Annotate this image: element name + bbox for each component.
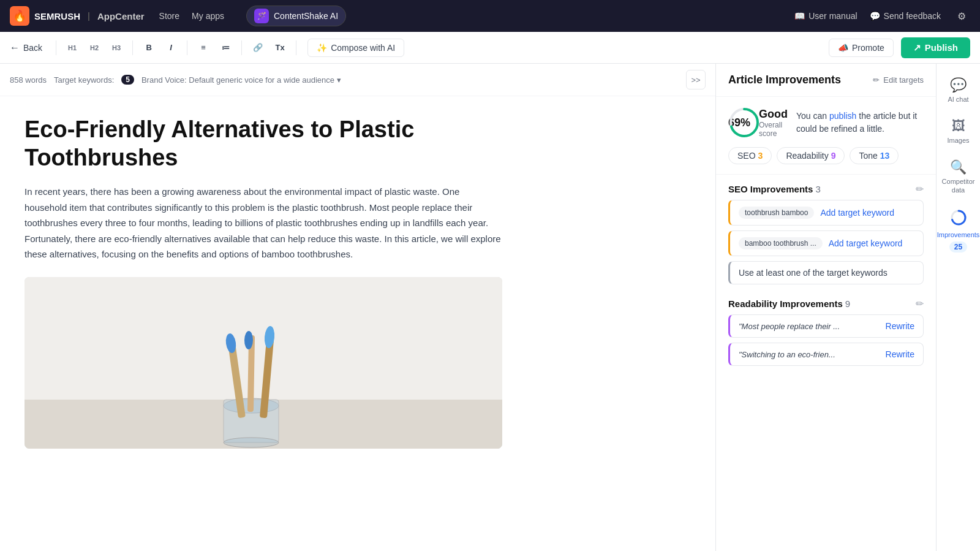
promote-button[interactable]: 📣 Promote [829,39,894,57]
h2-button[interactable]: H2 [85,38,104,58]
improvements-label: Improvements [937,231,980,239]
toolbar-divider-5 [296,40,296,55]
book-icon: 📖 [794,11,805,21]
rewrite-btn-2[interactable]: Rewrite [886,349,914,359]
readability-item-1: "Most people replace their ... Rewrite [728,314,924,338]
overall-score-label: Overall score [759,121,788,138]
readability-section-header: Readability Improvements9 ✏ [716,289,936,314]
seo-section-header: SEO Improvements3 ✏ [716,175,936,200]
unordered-list-button[interactable]: ≔ [216,38,235,58]
main-layout: 858 words Target keywords: 5 Brand Voice… [0,64,980,551]
ordered-list-button[interactable]: ≡ [194,38,213,58]
clear-format-button[interactable]: Tx [270,38,290,58]
seo-action-2[interactable]: Add target keyword [829,238,903,248]
competitor-nav[interactable]: 🔍 Competitor data [939,153,978,200]
score-info: Good Overall score [759,108,788,138]
user-manual-btn[interactable]: 📖 User manual [794,11,857,21]
keyword-tag-2: bamboo toothbrush ... [739,237,823,249]
readability-quote-1: "Most people replace their ... [739,322,840,331]
svg-point-5 [224,438,279,447]
compose-icon: ✨ [317,43,327,53]
ai-chat-nav[interactable]: 💬 AI chat [939,71,978,110]
score-good-label: Good [759,108,788,121]
back-label: Back [23,43,42,53]
brand-voice-selector[interactable]: Brand Voice: Default generic voice for a… [141,75,341,85]
tone-pill-label: Tone [859,151,877,161]
target-keywords-count: 5 [121,75,134,85]
toolbar-divider-2 [132,40,133,55]
chevron-down-icon: ▾ [337,75,341,85]
h1-button[interactable]: H1 [62,38,82,58]
nav-store[interactable]: Store [159,11,179,21]
edit-targets-button[interactable]: ✏ Edit targets [873,75,924,85]
improvements-circle-icon [950,209,967,226]
score-row: 69% Good Overall score You can publish t… [728,107,924,139]
readability-pill[interactable]: Readability9 [777,147,845,164]
article-image [24,277,502,449]
expand-button[interactable]: >> [686,70,706,89]
improvements-badge: 25 [949,241,967,253]
competitor-label: Competitor data [942,178,975,194]
readability-section-title: Readability Improvements9 [728,298,850,309]
promote-icon: 📣 [838,43,848,53]
improvements-header: Article Improvements ✏ Edit targets [716,64,936,97]
app-name-label: ContentShake AI [274,11,338,21]
editor-content: Eco-Friendly Alternatives to Plastic Too… [0,96,527,468]
improvements-nav[interactable]: Improvements 25 [939,203,978,259]
ai-chat-icon: 💬 [950,77,967,93]
seo-item-2: bamboo toothbrush ... Add target keyword [728,230,924,256]
score-text-pre: You can [796,111,829,121]
readability-edit-icon[interactable]: ✏ [916,298,924,310]
app-selector[interactable]: 🪄 ContentShake AI [246,6,346,26]
keyword-tag-1: toothbrush bamboo [739,207,814,219]
competitor-icon: 🔍 [950,159,967,175]
publish-link[interactable]: publish [829,111,856,121]
editor-area: 858 words Target keywords: 5 Brand Voice… [0,64,715,551]
brand-logo-area: 🔥 SEMRUSH | AppCenter [10,6,145,26]
toolbar-right: 📣 Promote ↗ Publish [829,37,970,58]
italic-button[interactable]: I [161,38,181,58]
seo-item-3: Use at least one of the target keywords [728,261,924,284]
contentshake-icon: 🪄 [254,9,269,23]
send-feedback-btn[interactable]: 💬 Send feedback [870,11,941,21]
link-button[interactable]: 🔗 [248,38,268,58]
top-nav: 🔥 SEMRUSH | AppCenter Store My apps 🪄 Co… [0,0,980,32]
edit-targets-label: Edit targets [883,75,924,85]
bold-button[interactable]: B [139,38,159,58]
improvements-panel: Article Improvements ✏ Edit targets 69% [715,64,936,551]
rewrite-btn-1[interactable]: Rewrite [886,321,914,331]
seo-item-1: toothbrush bamboo Add target keyword [728,200,924,226]
word-count: 858 words [10,75,47,85]
promote-label: Promote [852,43,884,53]
compose-with-ai-button[interactable]: ✨ Compose with AI [307,39,404,57]
brand-divider: | [88,11,90,21]
brand-voice-label: Brand Voice: Default generic voice for a… [141,75,334,85]
back-arrow-icon: ← [10,42,20,53]
images-nav[interactable]: 🖼 Images [939,112,978,151]
back-button[interactable]: ← Back [10,42,42,53]
seo-count: 3 [758,151,763,161]
ai-chat-label: AI chat [948,96,968,104]
article-image-svg [24,277,502,449]
readability-count: 9 [831,151,836,161]
publish-label: Publish [925,42,958,53]
article-title[interactable]: Eco-Friendly Alternatives to Plastic Too… [24,116,502,172]
seo-edit-icon[interactable]: ✏ [916,183,924,195]
article-body[interactable]: In recent years, there has been a growin… [24,184,502,262]
semrush-logo: 🔥 [10,6,29,26]
semrush-name: SEMRUSH [34,11,80,21]
seo-pill[interactable]: SEO3 [728,147,772,164]
seo-action-1[interactable]: Add target keyword [820,208,894,218]
h3-button[interactable]: H3 [107,38,126,58]
tone-count: 13 [880,151,890,161]
nav-myapps[interactable]: My apps [192,11,224,21]
tone-pill[interactable]: Tone13 [850,147,899,164]
readability-quote-2: "Switching to an eco-frien... [739,350,835,359]
nav-right: 📖 User manual 💬 Send feedback ⚙ [794,7,970,25]
pencil-icon: ✏ [873,75,880,85]
publish-button[interactable]: ↗ Publish [901,37,970,58]
toolbar-divider-3 [187,40,187,55]
score-description: You can publish the article but it could… [796,110,924,135]
readability-pill-label: Readability [786,151,828,161]
settings-btn[interactable]: ⚙ [953,7,970,25]
